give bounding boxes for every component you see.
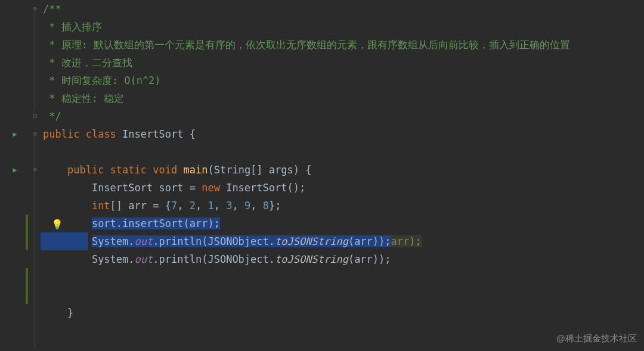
watermark-text: @稀土掘金技术社区 [556,330,637,347]
class-ref: System [92,235,128,247]
code-line: */ [41,107,644,125]
keyword: public [43,128,79,140]
comment-text: * 改进，二分查找 [43,57,132,69]
arg: arr [354,253,373,265]
code-line: sort.insertSort(arr); [41,215,644,232]
code-line: InsertSort sort = new InsertSort(); [41,179,644,197]
fold-toggle-icon[interactable]: ⊖ [30,0,41,18]
static-field: out [135,235,153,247]
code-line: public class InsertSort { [41,125,644,143]
fold-toggle-icon[interactable]: ⊖ [30,161,41,179]
class-name: InsertSort [122,128,183,140]
class-ref: JSONObject [208,253,268,265]
static-method: toJSONString [275,253,348,265]
code-line: * 时间复杂度: O(n^2) [41,72,644,89]
intention-bulb-icon[interactable]: 💡 [51,216,63,234]
local-var: sort [159,182,184,194]
vcs-change-marker [26,215,28,232]
fold-end-icon[interactable]: ⊟ [30,107,41,125]
code-line: System.out.println(JSONObject.toJSONStri… [41,232,644,250]
number-literal: 9 [244,200,250,212]
code-line: /** [41,0,644,18]
code-line: * 改进，二分查找 [41,54,644,72]
code-line [41,143,644,161]
keyword: int [92,200,110,212]
keyword: public [67,164,104,176]
arg: arr [190,218,208,229]
comment-text: * 原理: 默认数组的第一个元素是有序的，依次取出无序数组的元素，跟有序数组从后… [43,39,570,51]
editor-gutter: ▶ ▶ [0,0,30,351]
type-ref: InsertSort [92,182,153,194]
comment-text: * 稳定性: 稳定 [43,92,124,104]
code-line [41,268,644,286]
number-literal: 1 [208,200,213,212]
ctor-call: InsertSort [226,182,287,194]
static-method: toJSONString [275,235,348,247]
local-var: arr [128,200,147,212]
arg: arr [354,235,373,247]
deleted-text: arr); [391,235,422,247]
fold-guide [35,9,35,113]
code-line: int[] arr = {7, 2, 1, 3, 9, 8}; [41,197,644,215]
class-ref: System [92,253,128,265]
code-line: * 插入排序 [41,18,644,36]
keyword: class [86,128,116,140]
number-literal: 7 [171,200,177,212]
class-ref: JSONObject [208,235,268,247]
code-line [41,286,644,304]
comment-text: /** [43,3,61,15]
fold-column: ⊖ ⊟ ⊖ ⊖ [30,0,41,351]
method-name: main [184,164,208,176]
comment-text: */ [43,110,61,122]
method-call: println [159,235,202,247]
number-literal: 8 [263,200,269,212]
keyword: new [202,182,220,194]
method-call: insertSort [122,218,183,229]
play-icon: ▶ [13,161,17,179]
param-type: String[] [214,164,269,176]
method-call: println [159,253,202,265]
code-line: * 稳定性: 稳定 [41,89,644,107]
keyword: static [110,164,147,176]
code-line: public static void main(String[] args) { [41,161,644,179]
vcs-change-marker [26,268,28,304]
code-line: System.out.println(JSONObject.toJSONStri… [41,250,644,268]
code-line [41,322,644,340]
comment-text: * 时间复杂度: O(n^2) [43,74,161,86]
code-line: * 原理: 默认数组的第一个元素是有序的，依次取出无序数组的元素，跟有序数组从后… [41,36,644,54]
fold-toggle-icon[interactable]: ⊖ [30,125,41,143]
local-var: sort [92,218,116,229]
run-class-gutter-icon[interactable]: ▶ [0,125,30,143]
param-name: args [269,164,293,176]
number-literal: 2 [190,200,196,212]
vcs-change-marker [26,232,28,250]
comment-text: * 插入排序 [43,21,102,33]
number-literal: 3 [226,200,232,212]
brackets: [] [110,200,129,212]
code-editor: ▶ ▶ ⊖ ⊟ ⊖ ⊖ 💡 /** * 插入排序 * 原理: 默认数组的第一个元… [0,0,644,351]
code-area[interactable]: 💡 /** * 插入排序 * 原理: 默认数组的第一个元素是有序的，依次取出无序… [41,0,644,351]
play-icon: ▶ [13,125,17,143]
run-method-gutter-icon[interactable]: ▶ [0,161,30,179]
keyword: void [153,164,177,176]
static-field: out [135,253,153,265]
code-line: } [41,304,644,322]
